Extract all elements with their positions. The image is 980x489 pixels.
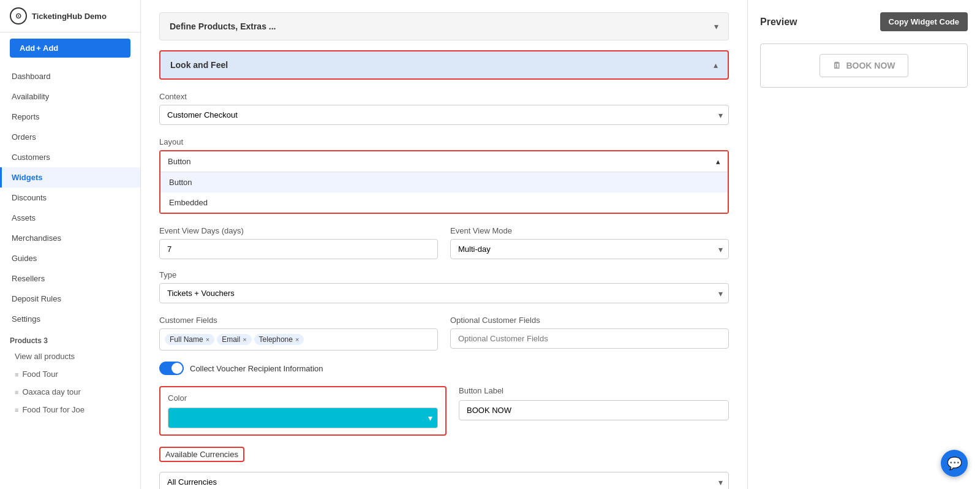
event-view-days-label: Event View Days (days) bbox=[159, 226, 438, 235]
remove-full-name-icon[interactable]: × bbox=[206, 336, 209, 343]
context-section: Context Customer Checkout ▾ bbox=[159, 92, 729, 125]
layout-chevron-up-icon: ▴ bbox=[716, 157, 720, 166]
sidebar-item-guides[interactable]: Guides bbox=[0, 248, 140, 268]
tag-full-name: Full Name × bbox=[165, 334, 214, 345]
sidebar-item-discounts[interactable]: Discounts bbox=[0, 188, 140, 208]
bars-icon: ≡ bbox=[15, 371, 18, 378]
context-select-wrap: Customer Checkout ▾ bbox=[159, 105, 729, 125]
sidebar-item-orders[interactable]: Orders bbox=[0, 127, 140, 147]
food-tour-label: Food Tour bbox=[22, 370, 58, 379]
layout-option-button[interactable]: Button bbox=[160, 172, 728, 192]
context-select[interactable]: Customer Checkout bbox=[159, 105, 729, 125]
voucher-toggle-row: Collect Voucher Recipient Information bbox=[159, 362, 729, 375]
chat-icon: 💬 bbox=[947, 456, 962, 471]
layout-label: Layout bbox=[159, 137, 729, 146]
currencies-select-wrap: All Currencies ▾ bbox=[159, 472, 729, 489]
preview-title: Preview bbox=[760, 17, 797, 28]
event-view-row: Event View Days (days) Event View Mode M… bbox=[159, 226, 729, 259]
type-label: Type bbox=[159, 270, 729, 279]
sidebar-item-merchandises[interactable]: Merchandises bbox=[0, 228, 140, 248]
color-section: Color ▾ bbox=[159, 386, 447, 436]
sidebar-item-assets[interactable]: Assets bbox=[0, 208, 140, 228]
event-view-mode-select[interactable]: Multi-day bbox=[450, 239, 729, 259]
calendar-icon: 🗓 bbox=[832, 61, 841, 70]
sidebar-item-deposit-rules[interactable]: Deposit Rules bbox=[0, 289, 140, 309]
view-all-products-label: View all products bbox=[15, 352, 75, 361]
layout-trigger[interactable]: Button ▴ bbox=[160, 151, 728, 172]
sidebar-item-oaxaca-tour[interactable]: ≡ Oaxaca day tour bbox=[0, 383, 140, 401]
customer-fields-label: Customer Fields bbox=[159, 316, 438, 325]
layout-dropdown[interactable]: Button ▴ Button Embedded bbox=[159, 150, 729, 214]
define-products-title: Define Products, Extras ... bbox=[170, 21, 276, 31]
products-section-label: Products 3 bbox=[0, 329, 140, 347]
optional-customer-fields-group: Optional Customer Fields bbox=[450, 316, 729, 351]
logo-icon: ⊙ bbox=[10, 7, 27, 25]
main-content: Define Products, Extras ... ▾ Look and F… bbox=[141, 0, 747, 489]
look-and-feel-header[interactable]: Look and Feel ▴ bbox=[159, 50, 729, 80]
layout-section: Layout Button ▴ Button Embedded bbox=[159, 137, 729, 214]
copy-widget-button[interactable]: Copy Widget Code bbox=[880, 12, 968, 31]
sidebar-item-food-tour[interactable]: ≡ Food Tour bbox=[0, 365, 140, 383]
company-name: TicketingHub Demo bbox=[32, 12, 107, 21]
sidebar-item-dashboard[interactable]: Dashboard bbox=[0, 66, 140, 86]
color-picker[interactable]: ▾ bbox=[168, 408, 438, 428]
sidebar-item-food-tour-joe[interactable]: ≡ Food Tour for Joe bbox=[0, 401, 140, 419]
sidebar-nav: Dashboard Availability Reports Orders Cu… bbox=[0, 64, 140, 489]
bars-icon-2: ≡ bbox=[15, 389, 18, 396]
event-view-mode-select-wrap: Multi-day ▾ bbox=[450, 239, 729, 259]
event-view-mode-group: Event View Mode Multi-day ▾ bbox=[450, 226, 729, 259]
type-select-wrap: Tickets + Vouchers ▾ bbox=[159, 283, 729, 303]
sidebar-item-widgets[interactable]: Widgets bbox=[0, 167, 140, 188]
sidebar-item-settings[interactable]: Settings bbox=[0, 309, 140, 329]
context-label: Context bbox=[159, 92, 729, 101]
customer-fields-input[interactable]: Full Name × Email × Telephone × bbox=[159, 328, 438, 351]
layout-option-embedded[interactable]: Embedded bbox=[160, 192, 728, 213]
chevron-down-icon: ▾ bbox=[714, 21, 718, 31]
food-tour-joe-label: Food Tour for Joe bbox=[22, 405, 85, 414]
preview-header: Preview Copy Widget Code bbox=[760, 12, 968, 31]
color-chevron-down-icon: ▾ bbox=[428, 413, 432, 423]
book-now-preview-label: BOOK NOW bbox=[846, 61, 895, 70]
button-label-title: Button Label bbox=[459, 386, 729, 395]
layout-options: Button Embedded bbox=[160, 172, 728, 213]
type-section: Type Tickets + Vouchers ▾ bbox=[159, 270, 729, 303]
book-now-preview: 🗓 BOOK NOW bbox=[760, 44, 968, 88]
voucher-toggle[interactable] bbox=[159, 362, 184, 375]
customer-fields-row: Customer Fields Full Name × Email × Tele… bbox=[159, 316, 729, 351]
optional-customer-fields-input[interactable] bbox=[450, 328, 729, 349]
look-and-feel-title: Look and Feel bbox=[170, 60, 228, 70]
event-view-days-group: Event View Days (days) bbox=[159, 226, 438, 259]
remove-telephone-icon[interactable]: × bbox=[295, 336, 299, 343]
sidebar-item-reports[interactable]: Reports bbox=[0, 107, 140, 127]
remove-email-icon[interactable]: × bbox=[243, 336, 246, 343]
chat-bubble[interactable]: 💬 bbox=[941, 450, 968, 477]
layout-selected-value: Button bbox=[168, 157, 191, 166]
tag-email: Email × bbox=[217, 334, 251, 345]
voucher-toggle-label: Collect Voucher Recipient Information bbox=[190, 364, 323, 373]
button-label-section: Button Label bbox=[459, 386, 729, 436]
currencies-section: Available Currencies All Currencies ▾ bbox=[159, 447, 729, 489]
oaxaca-tour-label: Oaxaca day tour bbox=[22, 387, 80, 396]
sidebar-header: ⊙ TicketingHub Demo bbox=[0, 0, 140, 32]
color-button-row: Color ▾ Button Label bbox=[159, 386, 729, 436]
customer-fields-group: Customer Fields Full Name × Email × Tele… bbox=[159, 316, 438, 351]
book-now-preview-button[interactable]: 🗓 BOOK NOW bbox=[820, 54, 908, 77]
sidebar: ⊙ TicketingHub Demo Add + Add Dashboard … bbox=[0, 0, 141, 489]
plus-icon: Add bbox=[20, 44, 35, 53]
bars-icon-3: ≡ bbox=[15, 406, 18, 414]
event-view-mode-label: Event View Mode bbox=[450, 226, 729, 235]
sidebar-item-resellers[interactable]: Resellers bbox=[0, 268, 140, 289]
type-select[interactable]: Tickets + Vouchers bbox=[159, 283, 729, 303]
add-button[interactable]: Add + Add bbox=[10, 39, 130, 58]
event-view-days-input[interactable] bbox=[159, 239, 438, 259]
sidebar-item-view-all-products[interactable]: View all products bbox=[0, 347, 140, 365]
chevron-up-icon: ▴ bbox=[714, 60, 718, 70]
button-label-input[interactable] bbox=[459, 400, 729, 420]
color-label: Color bbox=[168, 393, 438, 403]
preview-panel: Preview Copy Widget Code 🗓 BOOK NOW bbox=[747, 0, 980, 489]
define-products-header[interactable]: Define Products, Extras ... ▾ bbox=[159, 12, 729, 40]
sidebar-item-customers[interactable]: Customers bbox=[0, 147, 140, 167]
optional-customer-fields-label: Optional Customer Fields bbox=[450, 316, 729, 325]
sidebar-item-availability[interactable]: Availability bbox=[0, 86, 140, 107]
currencies-select[interactable]: All Currencies bbox=[159, 472, 729, 489]
